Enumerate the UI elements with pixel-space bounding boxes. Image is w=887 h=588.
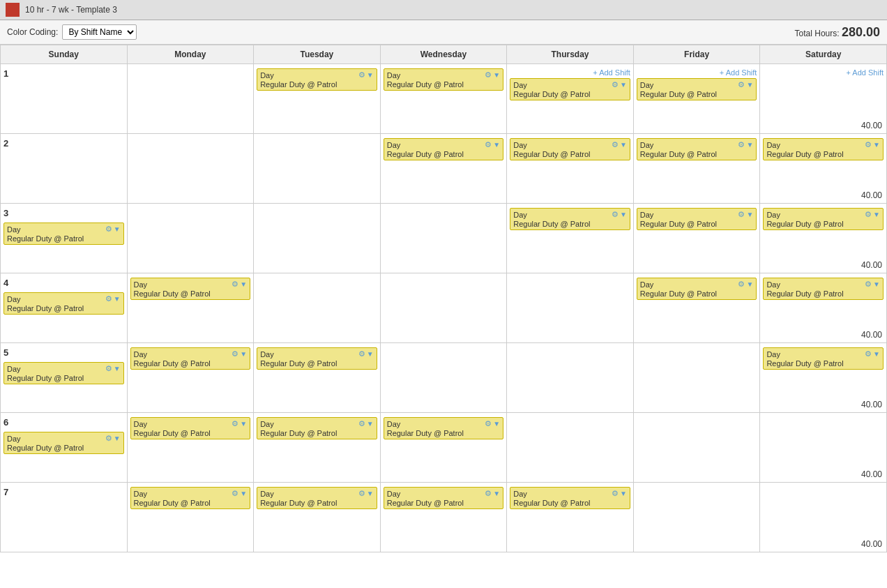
color-coding-select[interactable]: By Shift Name By Position By Employee — [62, 24, 137, 40]
add-shift-link[interactable]: + Add Shift — [763, 67, 884, 77]
gear-icon[interactable]: ⚙ — [738, 280, 745, 289]
shift-name: Day — [134, 280, 148, 289]
week1-day3: Day⚙▼Regular Duty @ Patrol — [380, 64, 507, 134]
shift-actions: ⚙▼ — [612, 80, 627, 89]
chevron-down-icon[interactable]: ▼ — [620, 141, 627, 149]
gear-icon[interactable]: ⚙ — [865, 210, 872, 219]
shift-actions: ⚙▼ — [865, 140, 880, 149]
chevron-down-icon[interactable]: ▼ — [620, 490, 627, 497]
gear-icon[interactable]: ⚙ — [358, 419, 365, 428]
chevron-down-icon[interactable]: ▼ — [367, 420, 374, 428]
week3-day5: Day⚙▼Regular Duty @ Patrol — [633, 204, 760, 273]
shift-card: Day⚙▼Regular Duty @ Patrol — [637, 78, 757, 100]
chevron-down-icon[interactable]: ▼ — [873, 350, 880, 358]
gear-icon[interactable]: ⚙ — [232, 349, 238, 359]
chevron-down-icon[interactable]: ▼ — [873, 141, 880, 149]
chevron-down-icon[interactable]: ▼ — [367, 350, 374, 358]
chevron-down-icon[interactable]: ▼ — [620, 211, 627, 218]
gear-icon[interactable]: ⚙ — [105, 294, 112, 303]
chevron-down-icon[interactable]: ▼ — [114, 295, 121, 303]
shift-duty: Regular Duty @ Patrol — [387, 150, 501, 158]
gear-icon[interactable]: ⚙ — [485, 70, 492, 80]
shift-card-header: Day⚙▼ — [7, 434, 121, 443]
week3-day3 — [380, 204, 507, 273]
gear-icon[interactable]: ⚙ — [612, 489, 619, 498]
gear-icon[interactable]: ⚙ — [738, 210, 745, 219]
shift-card: Day⚙▼Regular Duty @ Patrol — [637, 208, 757, 230]
week2-day3: Day⚙▼Regular Duty @ Patrol — [380, 134, 507, 204]
week-number-2: 2 — [3, 137, 124, 151]
chevron-down-icon[interactable]: ▼ — [114, 225, 121, 233]
gear-icon[interactable]: ⚙ — [358, 349, 365, 359]
header-tuesday: Tuesday — [254, 45, 381, 64]
shift-card-header: Day⚙▼ — [387, 70, 501, 80]
chevron-down-icon[interactable]: ▼ — [493, 420, 500, 428]
week7-day1: Day⚙▼Regular Duty @ Patrol — [127, 483, 254, 552]
shift-card: Day⚙▼Regular Duty @ Patrol — [384, 68, 504, 91]
week2-day6: Day⚙▼Regular Duty @ Patrol40.00 — [760, 134, 887, 204]
total-hours-value: 280.00 — [842, 25, 880, 39]
chevron-down-icon[interactable]: ▼ — [873, 211, 880, 218]
gear-icon[interactable]: ⚙ — [738, 140, 745, 149]
chevron-down-icon[interactable]: ▼ — [873, 280, 880, 288]
gear-icon[interactable]: ⚙ — [232, 419, 238, 428]
week-hours-5: 40.00 — [861, 400, 882, 409]
chevron-down-icon[interactable]: ▼ — [240, 350, 247, 358]
gear-icon[interactable]: ⚙ — [358, 70, 365, 80]
gear-icon[interactable]: ⚙ — [232, 489, 238, 498]
gear-icon[interactable]: ⚙ — [105, 225, 112, 234]
shift-actions: ⚙▼ — [485, 140, 500, 149]
shift-duty: Regular Duty @ Patrol — [513, 499, 627, 507]
gear-icon[interactable]: ⚙ — [865, 349, 872, 359]
gear-icon[interactable]: ⚙ — [485, 419, 492, 428]
shift-name: Day — [7, 435, 21, 443]
shift-name: Day — [7, 295, 21, 303]
shift-duty: Regular Duty @ Patrol — [640, 90, 754, 98]
chevron-down-icon[interactable]: ▼ — [240, 490, 247, 497]
week-row-1: 1Day⚙▼Regular Duty @ PatrolDay⚙▼Regular … — [1, 64, 887, 134]
chevron-down-icon[interactable]: ▼ — [367, 490, 374, 497]
chevron-down-icon[interactable]: ▼ — [114, 365, 121, 372]
chevron-down-icon[interactable]: ▼ — [493, 490, 500, 497]
gear-icon[interactable]: ⚙ — [612, 140, 619, 149]
chevron-down-icon[interactable]: ▼ — [493, 71, 500, 79]
shift-card-header: Day⚙▼ — [7, 225, 121, 234]
gear-icon[interactable]: ⚙ — [358, 489, 365, 498]
chevron-down-icon[interactable]: ▼ — [746, 280, 753, 288]
gear-icon[interactable]: ⚙ — [865, 280, 872, 289]
add-shift-link[interactable]: + Add Shift — [510, 67, 630, 77]
chevron-down-icon[interactable]: ▼ — [367, 71, 374, 79]
shift-card: Day⚙▼Regular Duty @ Patrol — [384, 417, 504, 439]
shift-actions: ⚙▼ — [358, 70, 374, 80]
chevron-down-icon[interactable]: ▼ — [746, 81, 753, 89]
week6-day4 — [507, 413, 634, 483]
week7-day3: Day⚙▼Regular Duty @ Patrol — [380, 483, 507, 552]
week-number-6: 6 — [3, 416, 124, 430]
add-shift-link[interactable]: + Add Shift — [637, 67, 757, 77]
gear-icon[interactable]: ⚙ — [485, 140, 492, 149]
shift-duty: Regular Duty @ Patrol — [7, 374, 121, 382]
gear-icon[interactable]: ⚙ — [865, 140, 872, 149]
gear-icon[interactable]: ⚙ — [738, 80, 745, 89]
chevron-down-icon[interactable]: ▼ — [114, 435, 121, 442]
chevron-down-icon[interactable]: ▼ — [240, 280, 247, 288]
chevron-down-icon[interactable]: ▼ — [746, 141, 753, 149]
shift-duty: Regular Duty @ Patrol — [766, 359, 880, 368]
gear-icon[interactable]: ⚙ — [612, 210, 619, 219]
week-hours-2: 40.00 — [861, 190, 882, 200]
shift-duty: Regular Duty @ Patrol — [7, 304, 121, 312]
chevron-down-icon[interactable]: ▼ — [746, 211, 753, 218]
shift-card-header: Day⚙▼ — [260, 70, 374, 80]
chevron-down-icon[interactable]: ▼ — [493, 141, 500, 149]
shift-name: Day — [640, 141, 654, 149]
chevron-down-icon[interactable]: ▼ — [240, 420, 247, 428]
week5-day2: Day⚙▼Regular Duty @ Patrol — [254, 343, 381, 413]
week2-day0: 2 — [1, 134, 128, 204]
gear-icon[interactable]: ⚙ — [612, 80, 619, 89]
chevron-down-icon[interactable]: ▼ — [620, 81, 627, 89]
gear-icon[interactable]: ⚙ — [105, 364, 112, 373]
week6-day0: 6Day⚙▼Regular Duty @ Patrol — [1, 413, 128, 483]
gear-icon[interactable]: ⚙ — [105, 434, 112, 443]
gear-icon[interactable]: ⚙ — [485, 489, 492, 498]
gear-icon[interactable]: ⚙ — [232, 280, 238, 289]
